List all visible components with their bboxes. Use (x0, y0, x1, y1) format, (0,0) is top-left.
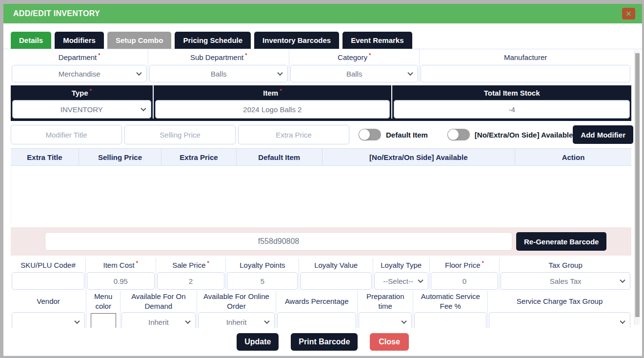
no-extra-onside-toggle[interactable] (447, 129, 470, 140)
column-header-default-item: Default Item (237, 149, 322, 165)
scrollbar-thumb[interactable] (635, 53, 640, 317)
category-label: Category * (289, 49, 419, 65)
preparation-time-label: Preparation time (358, 291, 413, 312)
column-header-selling-price: Selling Price (79, 149, 161, 165)
floor-price-input[interactable] (431, 272, 499, 290)
service-charge-tax-group-select[interactable] (489, 312, 630, 328)
floor-price-field: Floor Price * (430, 258, 500, 291)
column-header-no-extra-onside: [No/Extra/On Side] Available (322, 149, 516, 165)
loyalty-type-field: Loyalty Type --Select-- (373, 258, 430, 291)
automatic-service-fee-input[interactable] (414, 312, 486, 328)
menu-color-swatch[interactable] (91, 313, 116, 328)
menu-color-field: Menu color (86, 291, 121, 328)
type-select[interactable]: INVENTORY (12, 100, 151, 119)
item-name-input[interactable] (155, 100, 390, 119)
manufacturer-field: Manufacturer (420, 49, 631, 84)
modifier-selling-price-input[interactable] (124, 125, 236, 144)
automatic-service-fee-label: Automatic Service Fee % (413, 291, 487, 312)
modifier-table-body-empty (11, 166, 631, 223)
item-cost-input[interactable] (87, 272, 155, 290)
item-label: Item * (154, 85, 392, 100)
default-item-toggle-group: Default Item (359, 129, 428, 140)
item-cost-label: Item Cost * (86, 258, 156, 272)
tab-pricing-schedule[interactable]: Pricing Schedule (175, 32, 251, 49)
sub-department-field: Sub Department * Balls (148, 49, 289, 84)
total-item-stock-field: Total Item Stock (392, 85, 631, 119)
close-button[interactable]: ✕ (622, 8, 635, 20)
no-extra-onside-toggle-label: [No/Extra/On Side] Available (475, 131, 573, 139)
available-on-demand-select[interactable]: Inherit (121, 312, 195, 328)
print-barcode-button[interactable]: Print Barcode (291, 333, 358, 351)
close-footer-button[interactable]: Close (370, 333, 409, 351)
chevron-down-icon (402, 318, 407, 324)
sale-price-input[interactable] (157, 272, 225, 290)
tab-event-remarks[interactable]: Event Remarks (342, 32, 412, 49)
awards-percentage-input[interactable] (277, 312, 356, 328)
loyalty-points-field: Loyalty Points (226, 258, 299, 291)
update-button[interactable]: Update (237, 333, 279, 351)
toggle-knob (359, 129, 370, 140)
required-asterisk: * (482, 260, 484, 266)
sub-department-label: Sub Department * (148, 49, 289, 65)
sku-plu-input[interactable] (12, 272, 84, 290)
sale-price-field: Sale Price * (156, 258, 226, 291)
chevron-down-icon (185, 318, 190, 324)
add-modifier-button[interactable]: Add Modifier (573, 125, 633, 144)
column-header-action: Action (515, 149, 631, 165)
service-charge-tax-group-label: Service Charge Tax Group (488, 291, 631, 312)
tab-details[interactable]: Details (11, 32, 51, 49)
required-asterisk: * (207, 260, 209, 266)
required-asterisk: * (369, 52, 371, 58)
automatic-service-fee-field: Automatic Service Fee % (413, 291, 488, 328)
modal-footer: Update Print Barcode Close (3, 328, 642, 356)
default-item-toggle[interactable] (359, 129, 381, 140)
loyalty-points-input[interactable] (227, 272, 298, 290)
loyalty-type-label: Loyalty Type (373, 258, 429, 272)
modifier-title-input[interactable] (11, 125, 122, 144)
tab-setup-combo[interactable]: Setup Combo (107, 32, 172, 49)
available-online-order-select[interactable]: Inherit (198, 312, 275, 328)
item-cost-field: Item Cost * (86, 258, 156, 291)
department-select[interactable]: Merchandise (12, 65, 147, 82)
tax-group-select[interactable]: Sales Tax (501, 272, 630, 290)
available-online-order-label: Available For Online Order (197, 291, 276, 312)
tab-inventory-barcodes[interactable]: Inventory Barcodes (254, 32, 339, 49)
modifier-table-header: Extra Title Selling Price Extra Price De… (11, 148, 631, 166)
details-tab-content: Department * Merchandise Sub Department … (3, 49, 642, 328)
default-item-toggle-label: Default Item (386, 131, 428, 139)
available-on-demand-label: Available For On Demand (121, 291, 196, 312)
barcode-input[interactable] (45, 232, 512, 251)
required-asterisk: * (136, 260, 138, 266)
regenerate-barcode-button[interactable]: Re-Generate Barcode (516, 232, 606, 251)
available-online-order-field: Available For Online Order Inherit (197, 291, 277, 328)
close-icon: ✕ (626, 10, 632, 17)
vendor-select[interactable] (12, 312, 85, 328)
loyalty-type-select[interactable]: --Select-- (374, 272, 428, 290)
department-label: Department * (11, 49, 148, 65)
floor-price-label: Floor Price * (430, 258, 500, 272)
vertical-scrollbar[interactable] (634, 50, 640, 325)
chevron-down-icon (75, 318, 80, 324)
available-on-demand-field: Available For On Demand Inherit (121, 291, 197, 328)
options-fields-row: Vendor Menu color Available For On Deman… (11, 291, 631, 328)
chevron-down-icon (277, 70, 282, 76)
required-asterisk: * (280, 88, 282, 94)
tab-modifiers[interactable]: Modifiers (55, 32, 104, 49)
preparation-time-select[interactable] (359, 312, 412, 328)
chevron-down-icon (137, 70, 142, 76)
chevron-down-icon (620, 318, 625, 324)
category-select[interactable]: Balls (290, 65, 418, 82)
department-field: Department * Merchandise (11, 49, 148, 84)
total-item-stock-input[interactable] (394, 100, 630, 119)
sub-department-select[interactable]: Balls (149, 65, 288, 82)
modifier-extra-price-input[interactable] (238, 125, 349, 144)
manufacturer-input[interactable] (421, 65, 630, 82)
sale-price-label: Sale Price * (156, 258, 226, 272)
general-fields-row: Department * Merchandise Sub Department … (11, 49, 631, 84)
chevron-down-icon (264, 318, 270, 324)
loyalty-value-label: Loyalty Value (299, 258, 372, 272)
required-asterisk: * (98, 52, 100, 58)
loyalty-points-label: Loyalty Points (226, 258, 299, 272)
loyalty-value-input[interactable] (300, 272, 371, 290)
column-header-extra-price: Extra Price (161, 149, 237, 165)
